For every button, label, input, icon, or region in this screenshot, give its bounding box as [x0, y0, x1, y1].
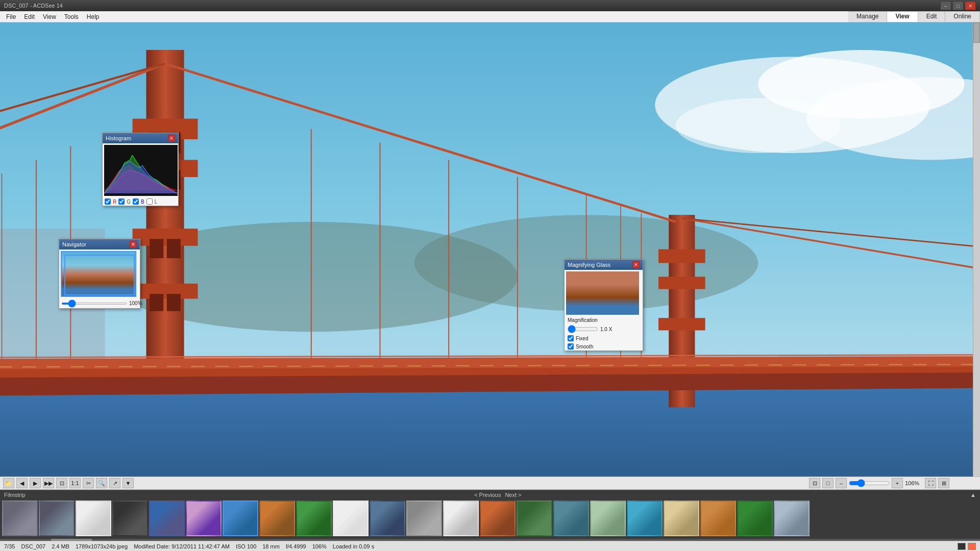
menu-file[interactable]: File — [2, 12, 20, 21]
mode-edit[interactable]: Edit — [918, 11, 946, 22]
navigator-close-button[interactable]: ✕ — [130, 241, 137, 248]
tool-slideshow[interactable]: ▶▶ — [43, 478, 54, 488]
tool-zoom-fit[interactable]: ⊡ — [56, 478, 67, 488]
histogram-b-checkbox[interactable] — [133, 198, 139, 205]
histogram-g-label: G — [127, 199, 131, 205]
magnifying-glass-close-button[interactable]: ✕ — [632, 261, 640, 268]
film-thumb-22[interactable] — [774, 500, 810, 536]
navigator-thumbnail — [61, 251, 136, 297]
menubar: File Edit View Tools Help — [0, 11, 980, 22]
film-thumb-16[interactable] — [553, 500, 589, 536]
film-thumb-11[interactable] — [370, 500, 405, 536]
status-loaded: Loaded in 0.09 s — [333, 543, 374, 549]
tool-scissor[interactable]: ✂ — [83, 478, 94, 488]
histogram-close-button[interactable]: ✕ — [168, 135, 175, 142]
status-color-light — [968, 543, 976, 550]
filmstrip-scroll[interactable] — [0, 499, 980, 539]
mode-buttons: Manage View Edit Online — [848, 11, 980, 22]
film-thumb-15[interactable] — [517, 500, 552, 536]
tool-extra[interactable]: ▼ — [122, 478, 134, 488]
tool-open[interactable]: 📁 — [3, 478, 14, 488]
film-thumb-14[interactable] — [480, 500, 516, 536]
histogram-r-label: R — [113, 199, 116, 205]
menu-view[interactable]: View — [39, 12, 60, 21]
magnification-slider-row: 1.0 X — [565, 324, 643, 334]
menu-help[interactable]: Help — [83, 12, 104, 21]
filmstrip-next[interactable]: Next > — [505, 492, 521, 498]
main-image-view — [0, 22, 980, 490]
filmstrip-scrollbar-thumb[interactable] — [51, 539, 92, 541]
tool-next[interactable]: ▶ — [30, 478, 41, 488]
statusbar-color-squares — [958, 543, 976, 550]
svg-rect-19 — [167, 239, 181, 258]
image-background — [0, 22, 980, 490]
histogram-svg — [104, 145, 178, 196]
layout-btn[interactable]: ⊞ — [938, 478, 949, 488]
titlebar-title: DSC_007 - ACDSee 14 — [4, 3, 63, 9]
film-thumb-6[interactable] — [186, 500, 222, 536]
film-thumb-10[interactable] — [333, 500, 369, 536]
fixed-checkbox[interactable] — [568, 335, 574, 341]
mode-online[interactable]: Online — [945, 11, 980, 22]
film-thumb-18[interactable] — [627, 500, 663, 536]
film-thumb-7[interactable] — [223, 500, 258, 536]
film-thumb-19[interactable] — [664, 500, 699, 536]
tool-magnify[interactable]: 🔍 — [96, 478, 107, 488]
zoom-out-btn[interactable]: – — [836, 478, 847, 488]
film-thumb-12[interactable] — [406, 500, 442, 536]
titlebar: DSC_007 - ACDSee 14 – □ ✕ — [0, 0, 980, 11]
bottom-toolbar: 📁 ◀ ▶ ▶▶ ⊡ 1:1 ✂ 🔍 ↗ ▼ ⊡ □ – + 106% ⛶ ⊞ — [0, 477, 980, 490]
magnifying-glass-titlebar[interactable]: Magnifying Glass ✕ — [565, 260, 643, 270]
film-thumb-20[interactable] — [700, 500, 736, 536]
menu-edit[interactable]: Edit — [20, 12, 39, 21]
minimize-button[interactable]: – — [940, 1, 951, 10]
magnifying-glass-panel: Magnifying Glass ✕ Magnification 1.0 X F… — [564, 259, 643, 351]
mode-manage[interactable]: Manage — [848, 11, 887, 22]
tool-share[interactable]: ↗ — [109, 478, 120, 488]
film-thumb-4[interactable] — [112, 500, 148, 536]
zoom-fit-btn[interactable]: ⊡ — [809, 478, 820, 488]
film-thumb-17[interactable] — [590, 500, 626, 536]
status-zoom: 106% — [312, 543, 327, 549]
close-button[interactable]: ✕ — [965, 1, 976, 10]
histogram-g-checkbox[interactable] — [118, 198, 125, 205]
histogram-l-checkbox[interactable] — [146, 198, 153, 205]
status-iso: ISO 100 — [236, 543, 256, 549]
tool-prev[interactable]: ◀ — [16, 478, 28, 488]
status-color-dark — [958, 543, 966, 550]
scrollbar-thumb[interactable] — [973, 22, 980, 43]
tool-zoom-actual[interactable]: 1:1 — [69, 478, 81, 488]
svg-rect-21 — [167, 294, 181, 311]
navigator-titlebar[interactable]: Navigator ✕ — [59, 239, 140, 249]
filmstrip-label: Filmstrip — [4, 492, 26, 498]
navigator-zoom-slider[interactable] — [61, 303, 127, 305]
main-scrollbar[interactable]: ▼ — [973, 22, 980, 490]
mode-view[interactable]: View — [887, 11, 918, 22]
film-thumb-1[interactable] — [2, 500, 38, 536]
zoom-in-btn[interactable]: + — [892, 478, 903, 488]
fullscreen-btn[interactable]: ⛶ — [925, 478, 936, 488]
filmstrip-scrollbar[interactable] — [0, 539, 980, 541]
histogram-titlebar[interactable]: Histogram ✕ — [103, 133, 178, 143]
filmstrip-previous[interactable]: < Previous — [474, 492, 501, 498]
filmstrip-collapse[interactable]: ▲ — [970, 492, 976, 498]
histogram-l-label: L — [155, 199, 158, 205]
smooth-row: Smooth — [565, 342, 643, 350]
zoom-1-1-btn[interactable]: □ — [822, 478, 834, 488]
zoom-slider[interactable] — [849, 479, 890, 487]
maximize-button[interactable]: □ — [952, 1, 964, 10]
smooth-checkbox[interactable] — [568, 343, 574, 349]
film-thumb-8[interactable] — [259, 500, 295, 536]
film-thumb-2[interactable] — [39, 500, 75, 536]
menu-tools[interactable]: Tools — [60, 12, 83, 21]
film-thumb-21[interactable] — [737, 500, 773, 536]
magnification-label-row: Magnification — [565, 316, 643, 324]
svg-rect-18 — [150, 239, 163, 258]
film-thumb-3[interactable] — [76, 500, 111, 536]
film-thumb-13[interactable] — [443, 500, 479, 536]
film-thumb-5[interactable] — [149, 500, 185, 536]
film-thumb-9[interactable] — [296, 500, 332, 536]
histogram-r-checkbox[interactable] — [105, 198, 111, 205]
magnification-slider[interactable] — [568, 325, 598, 333]
status-aperture: f/4.4999 — [286, 543, 306, 549]
